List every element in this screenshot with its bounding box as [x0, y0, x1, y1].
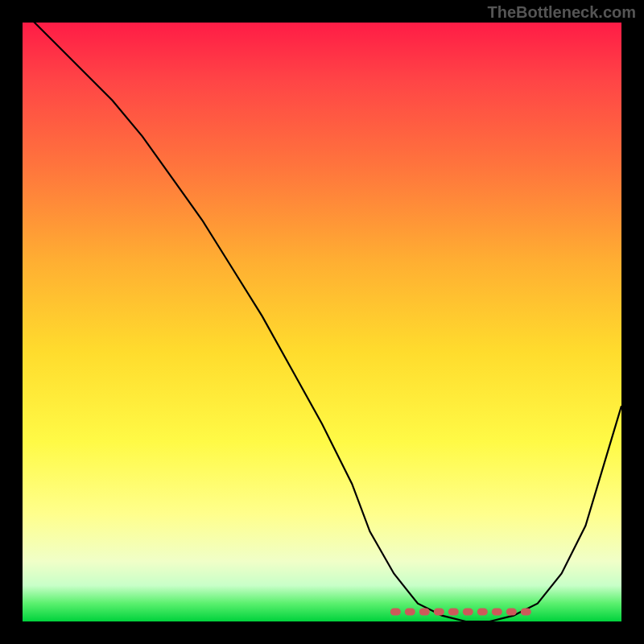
bottleneck-curve	[23, 23, 621, 621]
chart-frame	[23, 23, 621, 621]
curve-svg	[23, 23, 621, 621]
chart-container: TheBottleneck.com	[0, 0, 644, 644]
watermark-text: TheBottleneck.com	[488, 3, 636, 22]
